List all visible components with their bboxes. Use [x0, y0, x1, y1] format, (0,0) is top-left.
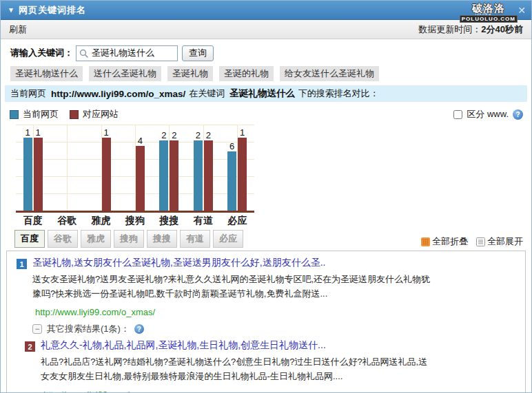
legend-current-page: 当前网页 — [10, 108, 59, 120]
bar-当前网页-有道 — [194, 140, 203, 211]
bar-chart: 1114222261 — [16, 125, 254, 213]
chart-group-搜搜: 22 — [158, 125, 179, 211]
chart-group-雅虎: 1 — [91, 125, 112, 211]
legend-matched-swatch — [70, 110, 79, 119]
search-icon — [79, 49, 89, 59]
bar-slot: 2 — [203, 130, 214, 211]
www-help-icon[interactable]: ? — [513, 109, 523, 120]
info-suffix: 下的搜索排名对比： — [298, 87, 379, 100]
bar-当前网页-必应 — [227, 151, 236, 211]
chart-category-label: 谷歌 — [50, 215, 84, 227]
tab-百度[interactable]: 百度 — [14, 230, 45, 248]
expand-all-button[interactable]: 全部展开 — [476, 235, 523, 248]
refresh-button[interactable]: 刷新 — [9, 23, 27, 36]
collapse-all-button[interactable]: 全部折叠 — [421, 235, 468, 248]
suggest-tags: 圣诞礼物送什么送什么圣诞礼物圣诞礼物圣诞的礼物给女友送什么圣诞礼物 — [10, 66, 531, 81]
update-time-label: 数据更新时间： — [418, 24, 481, 34]
tabs-container: 百度谷歌雅虎搜狗搜搜有道必应 — [14, 230, 246, 248]
result-title-link[interactable]: 礼意久久-礼物,礼品,礼品网,圣诞礼物,生日礼物,创意生日礼物送什... — [41, 339, 326, 352]
legend-current-label: 当前网页 — [23, 108, 59, 120]
bar-value-label: 4 — [138, 136, 143, 146]
collapse-triangle-icon[interactable]: ▼ — [8, 6, 14, 14]
chart-category-label: 雅虎 — [84, 215, 118, 227]
bar-value-label: 6 — [229, 141, 234, 151]
info-prefix: 当前网页 — [10, 87, 46, 100]
result-item-2: 2礼意久久-礼物,礼品,礼品网,圣诞礼物,生日礼物,创意生日礼物送什...礼品?… — [23, 339, 517, 393]
keyword-rank-widget: ▼ 网页关键词排名 帮助 破洛洛 POLUOLUO.COM ✕ 刷新 数据更新时… — [0, 0, 532, 393]
bar-value-label: 2 — [172, 130, 176, 140]
rank-chart: 1114222261 百度谷歌雅虎搜狗搜搜有道必应 — [16, 125, 254, 227]
search-label: 请输入关键词： — [10, 47, 73, 59]
bar-对应网站-百度 — [34, 138, 43, 211]
bar-slot: 6 — [227, 141, 237, 211]
bar-对应网站-搜狗 — [136, 146, 145, 211]
result-title-link[interactable]: 圣诞礼物,送女朋友什么圣诞礼物,圣诞送男朋友什么好,送朋友什么圣.. — [32, 257, 325, 269]
bar-value-label: 1 — [36, 127, 41, 138]
tab-必应[interactable]: 必应 — [213, 230, 243, 248]
help-link[interactable]: 帮助 — [473, 6, 491, 18]
legend-row: 当前网页 对应网站 区分 www. ? — [10, 108, 523, 120]
tab-搜搜[interactable]: 搜搜 — [147, 230, 177, 248]
result-url-link[interactable]: http://www.liyi99.com/ — [43, 390, 517, 393]
bar-slot: 2 — [193, 130, 203, 211]
bar-value-label: 2 — [206, 130, 211, 140]
result-description: 送女友圣诞礼物?送男友圣诞礼物?来礼意久久送礼网的圣诞礼物专区吧,还在为圣诞送朋… — [32, 272, 439, 301]
bar-slot: 1 — [23, 127, 33, 211]
bar-当前网页-搜搜 — [159, 140, 168, 211]
legend-current-swatch — [10, 110, 19, 119]
distinguish-www-label: 区分 www. — [467, 108, 509, 120]
collapse-all-icon — [421, 237, 430, 246]
collapse-all-label: 全部折叠 — [432, 235, 468, 248]
query-button[interactable]: 查询 — [182, 45, 214, 61]
fold-controls: 全部折叠 全部展开 — [421, 235, 523, 248]
tab-雅虎[interactable]: 雅虎 — [81, 230, 111, 248]
legend-matched-label: 对应网站 — [83, 108, 119, 120]
suggest-tag-4[interactable]: 圣诞的礼物 — [219, 66, 274, 81]
chart-category-label: 百度 — [16, 215, 50, 227]
bar-当前网页-百度 — [23, 138, 32, 211]
bar-slot: 2 — [169, 130, 179, 211]
results-panel: 1圣诞礼物,送女朋友什么圣诞礼物,圣诞送男朋友什么好,送朋友什么圣..送女友圣诞… — [6, 251, 526, 393]
bar-value-label: 2 — [196, 130, 201, 140]
collapse-minus-icon[interactable]: − — [32, 324, 42, 334]
bar-slot: 4 — [135, 136, 145, 211]
suggest-tag-1[interactable]: 圣诞礼物送什么 — [10, 66, 83, 81]
result-url-link[interactable]: http://www.liyi99.com/o_xmas/ — [35, 307, 517, 317]
rank-badge-2: 2 — [25, 341, 35, 352]
keyword-input[interactable] — [92, 48, 173, 59]
widget-title: 网页关键词排名 — [19, 4, 86, 17]
tab-谷歌[interactable]: 谷歌 — [48, 230, 78, 248]
close-icon[interactable]: ✕ — [518, 5, 526, 16]
chart-category-label: 必应 — [221, 215, 254, 227]
bar-value-label: 1 — [240, 127, 245, 138]
chart-group-搜狗: 4 — [125, 125, 145, 211]
toolbar: 刷新 数据更新时间：2分40秒前 — [1, 20, 531, 39]
result-item-1: 1圣诞礼物,送女朋友什么圣诞礼物,圣诞送男朋友什么好,送朋友什么圣..送女友圣诞… — [15, 257, 517, 317]
bar-value-label: 1 — [25, 127, 30, 138]
bar-slot: 2 — [158, 130, 169, 211]
search-row: 请输入关键词： 查询 — [10, 45, 531, 61]
rank-badge-1: 1 — [17, 259, 27, 269]
bar-对应网站-雅虎 — [102, 138, 111, 211]
tab-有道[interactable]: 有道 — [180, 230, 210, 248]
bar-slot: 1 — [33, 127, 43, 211]
engine-tabs: 百度谷歌雅虎搜狗搜搜有道必应 全部折叠 全部展开 — [14, 230, 523, 248]
bar-value-label: 1 — [103, 127, 108, 138]
other-results-help-icon[interactable]: ? — [134, 324, 144, 334]
tab-搜狗[interactable]: 搜狗 — [114, 230, 144, 248]
suggest-tag-3[interactable]: 圣诞礼物 — [167, 66, 213, 81]
distinguish-www-checkbox[interactable] — [453, 110, 462, 119]
result-description: 礼品?礼品店?送礼网?结婚礼物?圣诞礼物送什么?创意生日礼物?过生日送什么好?礼… — [41, 354, 430, 383]
chart-category-label: 搜狗 — [118, 215, 152, 227]
chart-category-label: 搜搜 — [152, 215, 186, 227]
update-time: 数据更新时间：2分40秒前 — [418, 23, 523, 36]
suggest-tag-5[interactable]: 给女友送什么圣诞礼物 — [280, 66, 379, 81]
chart-categories: 百度谷歌雅虎搜狗搜搜有道必应 — [16, 215, 254, 227]
info-bar: 当前网页 http://www.liyi99.com/o_xmas/ 在关键词 … — [5, 85, 527, 102]
chart-group-谷歌 — [57, 125, 77, 211]
chart-group-有道: 22 — [193, 125, 214, 211]
bar-对应网站-搜搜 — [170, 140, 178, 211]
suggest-tag-2[interactable]: 送什么圣诞礼物 — [89, 66, 161, 81]
bar-对应网站-有道 — [204, 140, 213, 211]
legend-matched-site: 对应网站 — [70, 108, 119, 120]
